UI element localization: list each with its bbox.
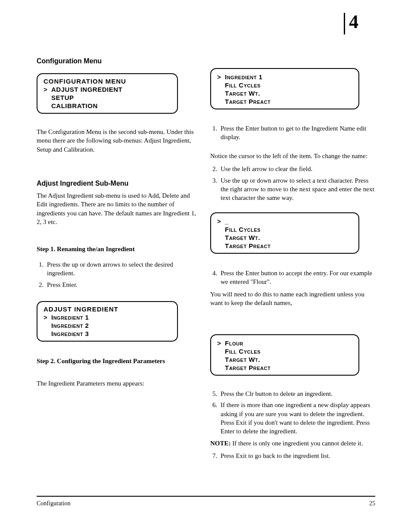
lcd-config-menu: CONFIGURATION MENU >ADJUST INGREDIENT SE… — [37, 73, 178, 114]
menu-item[interactable]: Fill Cycles — [217, 348, 352, 355]
menu-item-label: CALIBRATION — [51, 102, 98, 109]
lcd-flour: >Flour Fill Cycles Target Wt. Target Pre… — [210, 334, 359, 376]
menu-item[interactable]: >Ingredient 1 — [217, 73, 352, 81]
adjust-heading: Adjust Ingredient Sub-Menu — [37, 180, 200, 187]
menu-item-label: Fill Cycles — [225, 226, 261, 233]
lcd-title: ADJUST INGREDIENT — [44, 305, 171, 313]
step-text: Press the Enter button to get to the Ing… — [219, 124, 376, 142]
menu-item[interactable]: >_ — [217, 218, 352, 225]
step-text: Press the Enter button to accept the ent… — [219, 269, 376, 286]
menu-item[interactable]: >Flour — [217, 339, 352, 347]
menu-item-label: Ingredient 1 — [225, 73, 262, 81]
header-divider — [344, 13, 345, 34]
footer-divider — [37, 496, 375, 497]
menu-item-label: SETUP — [51, 94, 74, 101]
footer-section: Configuration — [37, 500, 71, 507]
menu-item[interactable]: Target Wt. — [217, 234, 352, 241]
menu-item[interactable]: >Ingredient 1 — [44, 314, 171, 321]
step-text: Press the up or down arrows to select th… — [45, 260, 200, 278]
menu-item-label: Target Wt. — [225, 90, 260, 97]
config-intro: The Ingredient Parameters menu appears: — [37, 379, 200, 388]
step-text: If there is more than one ingredient a n… — [219, 401, 376, 436]
body-text: Notice the cursor to the left of the ite… — [210, 152, 376, 160]
configuration-heading: Configuration Menu — [37, 57, 200, 65]
lcd-adjust-ingredient: ADJUST INGREDIENT >Ingredient 1 Ingredie… — [37, 301, 178, 342]
lcd-name-edit: >_ Fill Cycles Target Wt. Target Preact — [210, 212, 359, 254]
menu-item-label: Ingredient 2 — [51, 322, 89, 329]
menu-item[interactable]: Target Preact — [217, 98, 352, 105]
menu-item[interactable]: Target Wt. — [217, 90, 352, 97]
menu-item-label: Target Preact — [225, 242, 271, 249]
menu-item[interactable]: SETUP — [44, 94, 171, 101]
menu-item-label: Fill Cycles — [225, 81, 261, 89]
menu-item-label: Target Preact — [225, 364, 271, 371]
adjust-body: The Adjust Ingredient sub-menu is used t… — [37, 191, 200, 226]
body-text: You will need to do this to name each in… — [210, 290, 376, 308]
menu-item[interactable]: Ingredient 2 — [44, 322, 171, 329]
menu-item[interactable]: Ingredient 3 — [44, 330, 171, 337]
menu-item[interactable]: Fill Cycles — [217, 81, 352, 89]
menu-item-label: Fill Cycles — [225, 348, 261, 355]
section-number: 4 — [349, 11, 358, 33]
step-text: Use the up or down arrow to select a tex… — [219, 176, 376, 202]
menu-item[interactable]: Fill Cycles — [217, 226, 352, 233]
menu-item-label: Ingredient 3 — [51, 330, 89, 337]
menu-item-label: Target Preact — [225, 98, 271, 105]
lcd-ingredient-params: >Ingredient 1 Fill Cycles Target Wt. Tar… — [210, 68, 359, 109]
menu-item[interactable]: >ADJUST INGREDIENT — [44, 86, 171, 93]
step-text: Press Enter. — [45, 280, 200, 289]
step-text: Press Exit to go back to the ingredient … — [219, 451, 376, 460]
step-text: Use the left arrow to clear the field. — [219, 165, 376, 173]
menu-item[interactable]: CALIBRATION — [44, 102, 171, 109]
menu-item[interactable]: Target Preact — [217, 242, 352, 249]
configuration-body: The Configuration Menu is the second sub… — [37, 128, 200, 154]
lcd-title: CONFIGURATION MENU — [44, 78, 171, 85]
menu-item[interactable]: Target Preact — [217, 364, 352, 371]
menu-item-label: Ingredient 1 — [51, 314, 89, 321]
menu-item[interactable]: Target Wt. — [217, 356, 352, 363]
menu-item-label: Target Wt. — [225, 356, 260, 363]
menu-item-label: Flour — [225, 339, 243, 347]
note-text: If there is only one ingredient you cann… — [232, 440, 363, 447]
page-number: 25 — [369, 500, 375, 507]
step-text: Press the Clr button to delete an ingred… — [219, 389, 376, 398]
renaming-heading: Step 1. Renaming the/an Ingredient — [37, 246, 200, 253]
menu-item-label: Target Wt. — [225, 234, 260, 241]
note-label: NOTE: — [210, 440, 231, 447]
menu-item-label: _ — [225, 218, 229, 225]
menu-item-label: ADJUST INGREDIENT — [51, 86, 122, 93]
config-heading: Step 2. Configuring the Ingredient Param… — [37, 358, 200, 365]
